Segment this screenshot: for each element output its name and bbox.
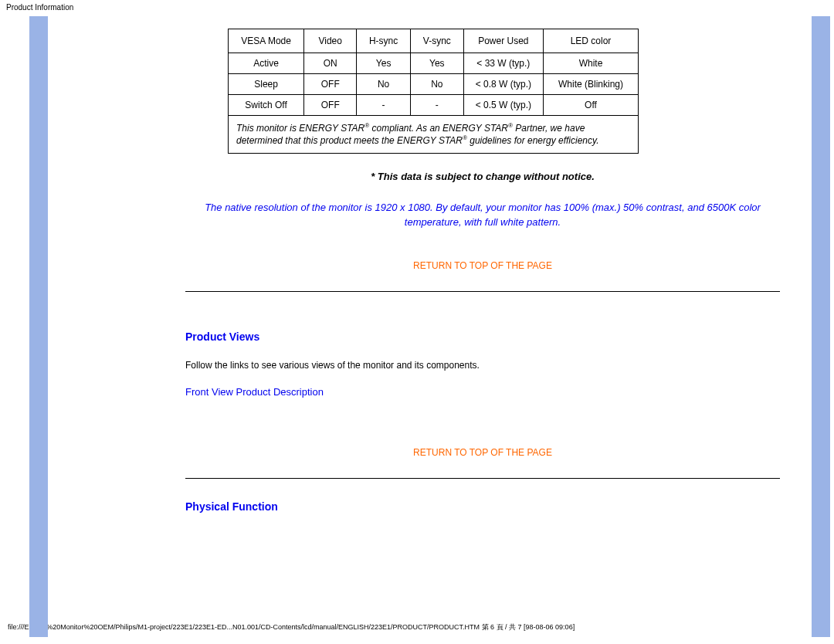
cell: White (544, 53, 639, 74)
cell: < 33 W (typ.) (463, 53, 543, 74)
cell: OFF (304, 95, 357, 116)
cell: Active (229, 53, 304, 74)
native-resolution-note: The native resolution of the monitor is … (189, 201, 776, 229)
table-header-row: VESA Mode Video H-sync V-sync Power Used… (229, 29, 639, 53)
cell: ON (304, 53, 357, 74)
cell: Yes (357, 53, 411, 74)
table-footnote-row: This monitor is ENERGY STAR® compliant. … (229, 116, 639, 154)
cell: - (357, 95, 411, 116)
product-views-desc: Follow the links to see various views of… (185, 360, 780, 371)
th-video: Video (304, 29, 357, 53)
cell: No (357, 74, 411, 95)
th-vesa-mode: VESA Mode (229, 29, 304, 53)
cell: Off (544, 95, 639, 116)
cell: Sleep (229, 74, 304, 95)
th-h-sync: H-sync (357, 29, 411, 53)
page-container: VESA Mode Video H-sync V-sync Power Used… (0, 16, 834, 619)
cell: < 0.5 W (typ.) (463, 95, 543, 116)
left-accent-bar (29, 16, 48, 637)
return-to-top-link[interactable]: RETURN TO TOP OF THE PAGE (185, 260, 780, 271)
bottom-spacer (185, 530, 780, 619)
table-row: Switch Off OFF - - < 0.5 W (typ.) Off (229, 95, 639, 116)
window-title: Product Information (0, 0, 834, 16)
cell: OFF (304, 74, 357, 95)
cell: < 0.8 W (typ.) (463, 74, 543, 95)
cell: Yes (410, 53, 463, 74)
right-accent-bar (812, 16, 830, 637)
product-views-heading: Product Views (185, 330, 780, 343)
cell: White (Blinking) (544, 74, 639, 95)
return-to-top-link[interactable]: RETURN TO TOP OF THE PAGE (185, 447, 780, 458)
cell: No (410, 74, 463, 95)
section-divider (185, 478, 780, 479)
energy-star-note: This monitor is ENERGY STAR® compliant. … (229, 116, 639, 154)
table-row: Active ON Yes Yes < 33 W (typ.) White (229, 53, 639, 74)
change-without-notice: * This data is subject to change without… (185, 171, 780, 182)
th-power-used: Power Used (463, 29, 543, 53)
physical-function-heading: Physical Function (185, 500, 780, 513)
th-v-sync: V-sync (410, 29, 463, 53)
table-row: Sleep OFF No No < 0.8 W (typ.) White (Bl… (229, 74, 639, 95)
cell: Switch Off (229, 95, 304, 116)
th-led-color: LED color (544, 29, 639, 53)
front-view-link[interactable]: Front View Product Description (185, 386, 324, 398)
footer-path: file:///E|/LCD%20Monitor%20OEM/Philips/M… (0, 619, 834, 637)
cell: - (410, 95, 463, 116)
vesa-mode-table: VESA Mode Video H-sync V-sync Power Used… (228, 29, 639, 154)
section-divider (185, 291, 780, 292)
main-content: VESA Mode Video H-sync V-sync Power Used… (185, 16, 780, 619)
